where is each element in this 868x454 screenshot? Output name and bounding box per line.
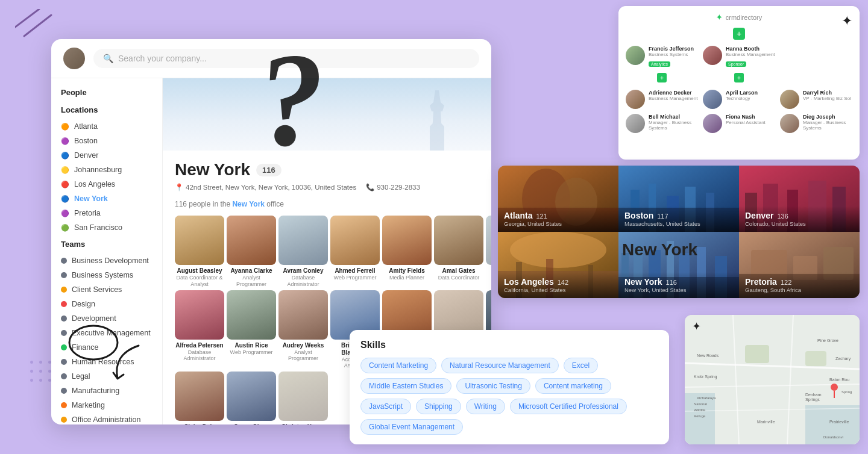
sparkle-icon: ✦ xyxy=(841,13,852,29)
sidebar-item-new-york[interactable]: 🔵 New York xyxy=(51,191,162,206)
svg-text:Denham: Denham xyxy=(805,393,822,397)
sidebar-item-marketing[interactable]: Marketing xyxy=(51,398,162,412)
sidebar-item-san-francisco[interactable]: 🟢 San Francisco xyxy=(51,220,162,235)
person-photo xyxy=(227,290,276,340)
person-card[interactable]: Amity Fields Media Planner xyxy=(382,216,432,288)
loc-overlay: Boston 117 Massachusetts, United States xyxy=(618,206,739,232)
phone-icon: 📞 xyxy=(366,183,374,191)
add-button[interactable]: + xyxy=(733,28,745,40)
map-inner: New Roads Pine Grove Zachary Krotz Sprin… xyxy=(685,315,860,444)
svg-text:Krotz Spring: Krotz Spring xyxy=(694,375,717,379)
person-card[interactable]: Aubrey Executive xyxy=(486,216,491,288)
sidebar-item-johannesburg[interactable]: 🟡 Johannesburg xyxy=(51,163,162,177)
person-role: Web Programmer xyxy=(334,275,377,281)
person-name: Audrey Weeks xyxy=(283,342,324,349)
directory-card: ✦ ✦ crmdirectory + Francis Jefferson Bus… xyxy=(618,6,860,160)
sidebar-item-atlanta[interactable]: 🟠 Atlanta xyxy=(51,119,162,134)
location-info: 📍 42nd Street, New York, New York, 10036… xyxy=(175,183,479,191)
loc-card-denver[interactable]: Denver 136 Colorado, United States xyxy=(739,166,860,232)
dir-person-adrienne[interactable]: Adrienne Decker Business Management xyxy=(626,90,698,109)
loc-name: New York 116 xyxy=(624,277,733,287)
loc-card-boston[interactable]: Boston 117 Massachusetts, United States xyxy=(618,166,739,232)
svg-text:Prairieville: Prairieville xyxy=(829,420,849,424)
person-card[interactable]: Ahmed Ferrell Web Programmer xyxy=(330,216,380,288)
skill-tag-global-event[interactable]: Global Event Management xyxy=(360,419,463,435)
loc-overlay: Denver 136 Colorado, United States xyxy=(739,206,860,232)
person-card[interactable]: Alfreda Petersen Database Administrator xyxy=(175,290,224,370)
person-card[interactable]: Amal Gates Data Coordinator xyxy=(434,216,483,288)
skill-tag-excel[interactable]: Excel xyxy=(564,358,598,373)
sidebar-item-client-services[interactable]: Client Services xyxy=(51,282,162,297)
person-card[interactable]: Christye Hayes Administrator xyxy=(278,372,328,424)
dir-person-info: Bell Michael Manager - Business Systems xyxy=(649,114,698,131)
person-card[interactable]: Avram Conley Database Administrator xyxy=(278,216,328,288)
svg-point-22 xyxy=(510,232,606,268)
person-role: Media Planner xyxy=(389,275,424,281)
loc-card-atlanta[interactable]: Atlanta 121 Georgia, United States xyxy=(498,166,618,232)
loc-overlay: Pretoria 122 Gauteng, South Africa xyxy=(739,272,860,298)
person-card[interactable]: Cyrus Glass Database Administrator xyxy=(227,372,276,424)
svg-text:Wildlife: Wildlife xyxy=(694,408,706,412)
skill-tag-natural-resource[interactable]: Natural Resource Management xyxy=(441,358,559,373)
skill-tag-writing[interactable]: Writing xyxy=(466,399,505,414)
skill-tag-microsoft[interactable]: Microsoft Certified Professional xyxy=(510,399,627,414)
sidebar-item-denver[interactable]: 🔵 Denver xyxy=(51,148,162,163)
dir-person-fiona[interactable]: Fiona Nash Personal Assistant xyxy=(703,114,775,133)
people-count-text: 116 people in the New York office xyxy=(163,196,491,216)
sidebar-item-office-admin[interactable]: Office Administration xyxy=(51,412,162,424)
svg-line-0 xyxy=(15,9,39,27)
dir-title: crmdirectory xyxy=(726,14,763,21)
dir-photo xyxy=(626,46,645,65)
sidebar-item-pretoria[interactable]: 🟣 Pretoria xyxy=(51,206,162,220)
search-icon: 🔍 xyxy=(103,54,113,63)
sidebar-item-boston[interactable]: 🟣 Boston xyxy=(51,134,162,148)
person-name: Ayanna Clarke xyxy=(230,267,272,275)
loc-card-los-angeles[interactable]: Los Angeles 142 California, United State… xyxy=(498,232,618,298)
skill-tag-content-marketing[interactable]: Content Marketing xyxy=(360,358,436,373)
skill-tag-shipping[interactable]: Shipping xyxy=(416,399,461,414)
dir-person-info: Darryl Rich VP - Marketing Biz Sol xyxy=(803,90,852,101)
person-role: Database Administrator xyxy=(278,275,328,288)
sidebar-item-los-angeles[interactable]: 🔴 Los Angeles xyxy=(51,177,162,191)
loc-sub: Georgia, United States xyxy=(504,220,612,227)
skill-tag-javascript[interactable]: JavaScript xyxy=(360,399,411,414)
user-avatar[interactable] xyxy=(63,48,85,69)
person-name: Amal Gates xyxy=(442,267,475,275)
dir-person-bell[interactable]: Bell Michael Manager - Business Systems xyxy=(626,114,698,133)
person-card[interactable]: Ayanna Clarke Analyst Programmer xyxy=(227,216,276,288)
add-small-button[interactable]: + xyxy=(657,73,667,82)
loc-sub: Gauteng, South Africa xyxy=(745,287,854,293)
person-name: Alfreda Petersen xyxy=(175,342,223,349)
sidebar-item-design[interactable]: Design xyxy=(51,297,162,311)
sidebar-item-business-systems[interactable]: Business Systems xyxy=(51,268,162,282)
dir-person-info: April Larson Technology xyxy=(726,90,775,101)
dir-photo xyxy=(703,90,722,109)
dir-person-info: Fiona Nash Personal Assistant xyxy=(726,114,775,125)
svg-text:Pine Grove: Pine Grove xyxy=(817,338,838,343)
dir-person-hanna[interactable]: Hanna Booth Business Management Sponsor xyxy=(703,46,775,68)
dir-person-april[interactable]: April Larson Technology xyxy=(703,90,775,109)
skill-tag-ultrasonic[interactable]: Ultrasonic Testing xyxy=(456,378,530,394)
map-card[interactable]: New Roads Pine Grove Zachary Krotz Sprin… xyxy=(685,315,860,444)
dir-spacer xyxy=(780,46,790,68)
dir-person-dieg[interactable]: Dieg Joseph Manager - Business Systems xyxy=(780,114,852,133)
svg-text:Zachary: Zachary xyxy=(835,356,851,361)
dir-photo xyxy=(780,90,799,109)
person-card[interactable]: Claire Dale External Auditor xyxy=(175,372,224,424)
sidebar-item-business-dev[interactable]: Business Development xyxy=(51,253,162,268)
dir-person-francis[interactable]: Francis Jefferson Business Systems Analy… xyxy=(626,46,698,68)
person-card[interactable]: August Beasley Data Coordinator & Analys… xyxy=(175,216,224,288)
dir-person-darryl[interactable]: Darryl Rich VP - Marketing Biz Sol xyxy=(780,90,852,109)
dir-person-info: Hanna Booth Business Management Sponsor xyxy=(726,46,775,68)
loc-name: Denver 136 xyxy=(745,211,854,220)
add-small-button2[interactable]: + xyxy=(734,73,744,82)
person-card[interactable]: Austin Rice Web Programmer xyxy=(227,290,276,370)
loc-card-pretoria[interactable]: Pretoria 122 Gauteng, South Africa xyxy=(739,232,860,298)
person-card[interactable]: Audrey Weeks Analyst Programmer xyxy=(278,290,328,370)
skill-tag-content-marketing2[interactable]: Content marketing xyxy=(535,378,611,394)
skill-tag-middle-eastern[interactable]: Middle Eastern Studies xyxy=(360,378,451,394)
dir-photo xyxy=(626,114,645,133)
svg-text:National: National xyxy=(694,402,707,406)
dir-photo xyxy=(780,114,799,133)
person-photo xyxy=(227,216,276,265)
